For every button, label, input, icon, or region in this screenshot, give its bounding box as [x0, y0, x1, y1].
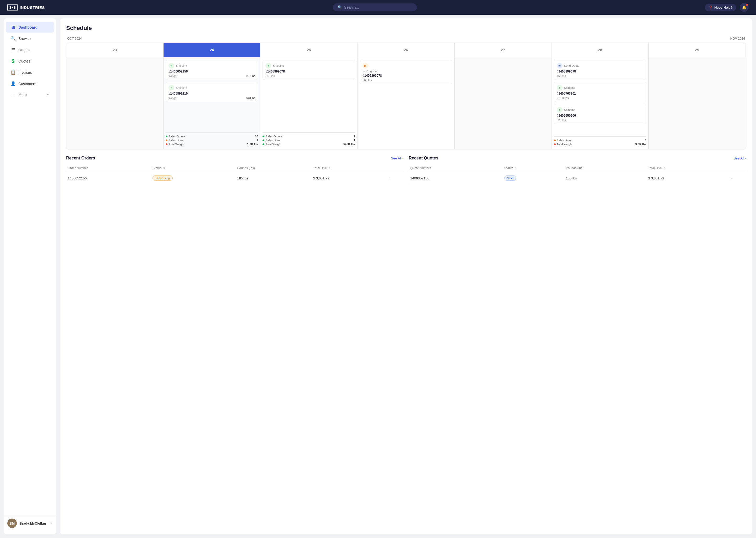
total-cell: $ 3,681.79 — [311, 172, 388, 184]
see-all-quotes[interactable]: See All › — [733, 156, 746, 160]
brand-name: INDUSTRIES — [20, 5, 45, 10]
stat-val-3: 1.8K lbs — [247, 143, 258, 146]
sidebar-item-orders[interactable]: ☰ Orders — [6, 44, 54, 55]
sidebar-item-browse[interactable]: 🔍 Browse — [6, 33, 54, 44]
main-content: Schedule OCT 2024 NOV 2024 23 24 25 26 2… — [60, 19, 752, 534]
event-shipping-1405550906[interactable]: ↑ Shipping #1405550906 329 lbs — [554, 104, 646, 124]
weight-val: 957 lbs — [246, 74, 255, 78]
event-type-s5: Shipping — [564, 108, 575, 111]
table-row: 1406052156 Processing 185 lbs $ 3,681.79… — [66, 172, 403, 184]
weight-val-2: 843 lbs — [246, 96, 255, 100]
need-help-button[interactable]: ❓ Need Help? — [705, 4, 736, 11]
quotes-icon: 💲 — [11, 59, 16, 64]
sidebar-item-more[interactable]: ··· More ▼ — [6, 89, 54, 100]
sidebar-item-customers[interactable]: 👤 Customers — [6, 78, 54, 89]
event-shipping-1405899210[interactable]: ↑ Shipping #1405899210 Weight 843 lbs — [165, 82, 258, 102]
search-input[interactable] — [344, 5, 412, 10]
sidebar-item-quotes[interactable]: 💲 Quotes — [6, 56, 54, 67]
user-name: Brady McClellan — [20, 521, 46, 525]
day-header-26: 26 — [357, 43, 455, 57]
stat-label-text: Sales Orders — [168, 135, 185, 138]
event-inprogress-1405899078[interactable]: ▶ In Progress #1405899078 863 lbs — [359, 60, 452, 84]
sort-icon-q2: ⇅ — [664, 167, 666, 170]
so-val: 2 — [354, 135, 355, 138]
event-shipping-1405763201[interactable]: ↑ Shipping #1405763201 2.75K lbs — [554, 82, 646, 102]
dot-o28 — [554, 139, 556, 141]
day-header-29: 29 — [649, 43, 746, 57]
col-order-num: Order Number — [66, 164, 151, 172]
arrow-right-icon-q: › — [745, 156, 746, 160]
sidebar-label-quotes: Quotes — [19, 59, 30, 63]
dot-r28 — [554, 143, 556, 145]
col-q-pounds: Pounds (lbs) — [564, 164, 646, 172]
event-type-2: Shipping — [176, 86, 187, 89]
sort-icon-2: ⇅ — [329, 167, 331, 170]
sl-label-28: Sales Lines — [557, 139, 572, 142]
recent-orders-header: Recent Orders See All › — [66, 156, 403, 161]
q-row-arrow-icon[interactable]: › — [730, 176, 732, 180]
recent-quotes-header: Recent Quotes See All › — [409, 156, 746, 161]
help-label: Need Help? — [714, 6, 732, 10]
sl-val: 1 — [354, 139, 355, 142]
notification-button[interactable]: 🔔 — [740, 3, 749, 12]
row-arrow-icon[interactable]: › — [389, 176, 390, 180]
sidebar-item-dashboard[interactable]: ⊞ Dashboard — [6, 22, 54, 32]
see-all-orders[interactable]: See All › — [391, 156, 403, 160]
event-num-sq: #1405899078 — [557, 70, 644, 73]
sidebar-item-invoices[interactable]: 📋 Invoices — [6, 67, 54, 78]
event-num-ip: #1405899078 — [362, 74, 449, 78]
stat-total-weight: Total Weight 1.8K lbs — [165, 143, 258, 146]
pounds-cell: 185 lbs — [236, 172, 311, 184]
day-num-28: 28 — [596, 46, 604, 54]
event-shipping-1406052156[interactable]: ↑ Shipping #1406052156 Weight 957 lbs — [165, 60, 258, 80]
event-shipping-1405899078[interactable]: ↑ Shipping #1405899078 545 lbs — [262, 60, 355, 80]
day-num-23: 23 — [111, 46, 118, 54]
event-num-s4: #1405763201 — [557, 92, 644, 95]
sidebar-label-browse: Browse — [19, 36, 31, 41]
sidebar-label-customers: Customers — [19, 82, 36, 86]
sort-icon-q: ⇅ — [514, 167, 517, 170]
col25-footer: Sales Orders 2 Sales Lines 1 Total Weigh… — [262, 133, 355, 146]
event-sendquote-1405899078[interactable]: ✉ Send Quote #1405899078 468 lbs — [554, 60, 646, 80]
cal-col-24: ↑ Shipping #1406052156 Weight 957 lbs ↑ … — [164, 57, 261, 149]
col-total: Total USD ⇅ — [311, 164, 388, 172]
quote-icon: ✉ — [557, 63, 563, 69]
event-num-3: #1405899078 — [265, 70, 352, 73]
col-status: Status ⇅ — [151, 164, 235, 172]
stat-sales-lines: Sales Lines 2 — [165, 139, 258, 142]
stat-tw-28: Total Weight 3.6K lbs — [554, 143, 646, 146]
month-right: NOV 2024 — [730, 37, 745, 40]
sidebar-label-more: More — [19, 92, 27, 97]
user-profile[interactable]: BM Brady McClellan ▼ — [4, 515, 56, 531]
so-label: Sales Orders — [265, 135, 282, 138]
dot-g2 — [262, 139, 264, 141]
tw-val-28: 3.6K lbs — [635, 143, 646, 146]
row-arrow-cell[interactable]: › — [388, 172, 403, 184]
event-type-s4: Shipping — [564, 86, 575, 89]
event-type: Shipping — [176, 64, 187, 67]
dot-green — [165, 135, 167, 137]
stat-label-text-2: Sales Lines — [168, 139, 183, 142]
bottom-section: Recent Orders See All › Order Number Sta… — [66, 156, 746, 184]
event-type-sq: Send Quote — [564, 64, 580, 67]
col-pounds: Pounds (lbs) — [236, 164, 311, 172]
dot-red — [165, 143, 167, 145]
dot-g — [262, 135, 264, 137]
search-icon: 🔍 — [338, 5, 342, 10]
col24-footer: Sales Orders 10 Sales Lines 2 Total Weig… — [165, 133, 258, 146]
shipping-icon-5: ↑ — [557, 107, 563, 113]
calendar-grid: 23 24 25 26 27 28 29 — [66, 42, 746, 149]
day-header-28: 28 — [552, 43, 649, 57]
col-quote-num: Quote Number — [409, 164, 503, 172]
browse-icon: 🔍 — [11, 36, 16, 41]
app-body: ⊞ Dashboard 🔍 Browse ☰ Orders 💲 Quotes 📋… — [0, 15, 756, 538]
cal-col-28: ✉ Send Quote #1405899078 468 lbs ↑ Shipp… — [552, 57, 649, 149]
dashboard-icon: ⊞ — [11, 25, 16, 30]
event-num-2: #1405899210 — [168, 92, 256, 95]
search-bar[interactable]: 🔍 — [333, 3, 417, 11]
help-icon: ❓ — [708, 6, 713, 10]
chevron-down-icon-user: ▼ — [50, 522, 53, 525]
q-row-arrow-cell[interactable]: › — [729, 172, 746, 184]
day-num-25: 25 — [305, 46, 313, 54]
chevron-down-icon: ▼ — [46, 93, 49, 96]
